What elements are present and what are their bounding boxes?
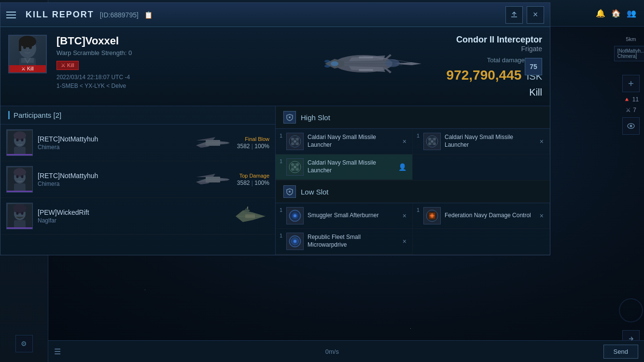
participant-2-badge: Top Damage: [237, 173, 269, 179]
eq-high-2[interactable]: 1: [413, 129, 550, 154]
kill-location: 1-SMEB < YX-LYK < Delve: [56, 83, 281, 89]
svg-point-50: [21, 212, 23, 215]
sidebar-gear-area[interactable]: ⚙: [0, 335, 48, 352]
panel-header: KILL REPORT [ID:6889795] 📋 ×: [0, 3, 550, 27]
eq-low-2-icon: [423, 207, 441, 224]
eq-high-3-name: Caldari Navy Small Missile Launcher: [308, 159, 394, 174]
participants-title: Participants [2]: [8, 111, 61, 119]
notification-icon-1[interactable]: 🔔: [596, 9, 605, 18]
svg-point-6: [29, 46, 32, 49]
kill-badge-icon: ⚔: [21, 66, 26, 71]
participant-row-2[interactable]: [RETC]NotMattyhuh Chimera Top Damage: [0, 161, 275, 198]
svg-rect-17: [359, 69, 373, 71]
eq-low-1-icon: [286, 207, 304, 224]
missile-launcher-icon-3: [287, 159, 303, 175]
bottom-bar: ☰ 0m/s Send: [48, 340, 644, 362]
svg-point-65: [294, 140, 296, 143]
victim-info: [BTC]Voxxel Warp Scramble Strength: 0 ⚔ …: [56, 35, 281, 89]
notification-icon-3[interactable]: 👥: [627, 9, 636, 18]
eq-low-3-close[interactable]: ×: [403, 237, 406, 245]
svg-point-22: [324, 65, 330, 68]
close-button[interactable]: ×: [527, 6, 544, 24]
participants-bracket-close: ]: [59, 111, 61, 119]
participant-1-badge: Final Blow: [237, 136, 269, 142]
eq-low-3[interactable]: 1: [276, 229, 413, 254]
kill-type-label: Kill: [67, 62, 74, 68]
svg-point-57: [289, 116, 291, 118]
participant-row-3[interactable]: [PEW]WickedRift Naglfar: [0, 198, 275, 235]
condor-ship-svg: [296, 37, 431, 90]
low-slot-grid: 1: [276, 203, 550, 254]
missile-launcher-icon-1: [287, 133, 303, 150]
participant-row-1[interactable]: [RETC]NotMattyhuh Chimera Final: [0, 125, 275, 161]
svg-point-21: [324, 60, 330, 63]
notification-icon-2[interactable]: 🏠: [611, 9, 621, 18]
send-button[interactable]: Send: [603, 345, 638, 359]
participant-3-face: [8, 204, 32, 228]
eq-low-3-name: Republic Fleet Small Microwarpdrive: [308, 234, 399, 249]
eq-high-3-qty: 1: [280, 158, 282, 164]
export-button[interactable]: [505, 6, 523, 24]
high-slot-icon: [283, 111, 296, 124]
eq-low-2[interactable]: 1: [413, 203, 550, 229]
microwarpdrive-icon: [287, 233, 303, 250]
eq-low-3-qty: 1: [280, 233, 282, 238]
participant-3-name: [PEW]WickedRift: [38, 209, 226, 216]
eq-low-3-icon: [286, 233, 304, 250]
right-panel: 5km [NotMattyh...Chimera] 🔺 11 ⚔ 7: [618, 27, 644, 362]
svg-point-64: [296, 142, 299, 145]
participant-1-name: [RETC]NotMattyhuh: [38, 135, 189, 143]
count-1-icon: 🔺: [623, 96, 630, 103]
victim-name: [BTC]Voxxel: [56, 35, 281, 47]
expand-icon: [627, 80, 635, 87]
low-slot-section: Low Slot 1: [276, 181, 550, 255]
svg-point-38: [16, 175, 18, 178]
eq-high-1-qty: 1: [280, 133, 282, 139]
svg-marker-41: [196, 174, 215, 177]
eq-low-1[interactable]: 1: [276, 203, 413, 229]
eq-high-2-icon: [423, 133, 441, 150]
menu-line-3: [6, 17, 16, 18]
eq-high-2-close[interactable]: ×: [540, 138, 544, 145]
panel-id: [ID:6889795]: [100, 11, 139, 19]
eq-high-2-name: Caldari Navy Small Missile Launcher: [445, 134, 536, 149]
participant-2-face: [8, 167, 32, 192]
naglfar-ship: [231, 207, 269, 226]
top-damage-label: Top Damage: [239, 173, 269, 179]
eq-high-1[interactable]: 1: [276, 129, 413, 154]
svg-point-77: [291, 163, 294, 166]
participant-2-pct: 100%: [254, 180, 269, 186]
svg-point-87: [294, 214, 296, 217]
svg-point-27: [16, 139, 18, 141]
participant-1-avatar: [6, 129, 33, 156]
equipment-panel: High Slot 1: [276, 106, 550, 255]
eq-low-2-close[interactable]: ×: [540, 212, 544, 220]
eq-low-1-close[interactable]: ×: [403, 212, 406, 220]
bottom-menu-icon[interactable]: ☰: [54, 347, 61, 356]
eq-high-3-icon: [286, 158, 304, 176]
ship-type: Frigate: [446, 45, 542, 53]
gear-button[interactable]: ⚙: [15, 335, 33, 352]
view-button[interactable]: [622, 117, 640, 135]
copy-icon[interactable]: 📋: [144, 11, 153, 19]
high-slot-header: High Slot: [276, 106, 550, 129]
eq-high-3[interactable]: 1: [276, 154, 413, 180]
svg-point-25: [14, 131, 26, 140]
eq-high-1-name: Caldari Navy Small Missile Launcher: [308, 134, 399, 149]
missile-launcher-icon-2: [424, 133, 440, 150]
tier-badge: 75: [525, 58, 542, 75]
victim-avatar: ⚔ Kill: [8, 35, 47, 73]
tooltip-bubble-toggle[interactable]: [NotMattyh...Chimera]: [614, 46, 644, 61]
eq-high-1-close[interactable]: ×: [403, 138, 406, 145]
afterburner-icon: [287, 208, 303, 224]
damage-control-icon: [424, 208, 440, 224]
participant-3-ship: Naglfar: [38, 217, 226, 224]
kill-badge-label: Kill: [27, 66, 33, 71]
menu-line-2: [6, 14, 16, 15]
menu-button[interactable]: [6, 8, 20, 22]
close-icon: ×: [533, 10, 538, 20]
expand-button[interactable]: [622, 75, 640, 92]
final-blow-label: Final Blow: [245, 136, 269, 142]
ship-class: Condor II Interceptor: [446, 35, 542, 45]
split-layout: Participants [2]: [0, 106, 550, 255]
